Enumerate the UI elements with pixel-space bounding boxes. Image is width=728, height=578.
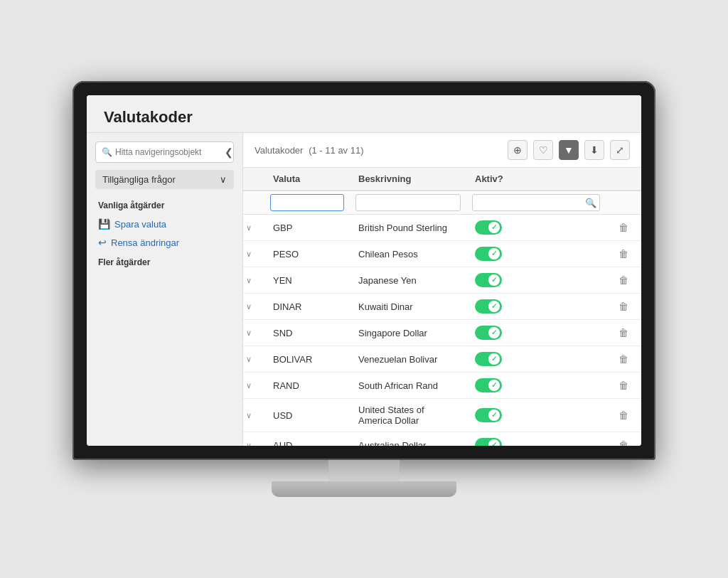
monitor-screen: Valutakoder 🔍 ❮ Tillgängliga frågor ∨ Va… xyxy=(73,81,655,460)
save-icon: 💾 xyxy=(98,218,110,230)
row-delete-button[interactable]: 🗑 xyxy=(614,438,633,446)
row-active-cell xyxy=(466,267,606,294)
row-delete-button[interactable]: 🗑 xyxy=(614,220,633,235)
row-expand-btn[interactable]: ∨ xyxy=(243,267,264,294)
row-expand-btn[interactable]: ∨ xyxy=(243,215,264,241)
table-row: ∨ YEN Japanese Yen 🗑 xyxy=(243,267,641,294)
row-active-toggle[interactable] xyxy=(475,326,502,340)
row-active-toggle[interactable] xyxy=(475,247,502,261)
table-row: ∨ SND Singapore Dollar 🗑 xyxy=(243,320,641,346)
filter-button[interactable]: ▼ xyxy=(559,140,579,160)
filter-expand-cell xyxy=(243,191,264,215)
row-active-cell xyxy=(466,294,606,320)
col-header-active: Aktiv? xyxy=(466,168,606,191)
row-description: Japanese Yen xyxy=(350,267,466,294)
search-input[interactable] xyxy=(115,147,222,157)
reset-icon: ↩ xyxy=(98,237,107,248)
row-delete-button[interactable]: 🗑 xyxy=(614,247,633,261)
row-active-toggle[interactable] xyxy=(475,220,502,235)
row-delete-button[interactable]: 🗑 xyxy=(614,299,633,314)
col-header-expand xyxy=(243,168,264,191)
toolbar-count: (1 - 11 av 11) xyxy=(309,145,363,156)
row-delete-cell: 🗑 xyxy=(606,399,641,432)
expand-button[interactable]: ⤢ xyxy=(610,140,630,160)
row-currency-code: DINAR xyxy=(264,294,350,320)
row-expand-btn[interactable]: ∨ xyxy=(243,399,264,432)
table-row: ∨ BOLIVAR Venezuelan Bolivar 🗑 xyxy=(243,346,641,373)
filter-description-cell[interactable] xyxy=(350,191,466,215)
row-active-cell xyxy=(466,432,606,446)
row-expand-btn[interactable]: ∨ xyxy=(243,432,264,446)
row-active-toggle[interactable] xyxy=(475,273,502,287)
row-active-toggle[interactable] xyxy=(475,299,502,314)
row-currency-code: BOLIVAR xyxy=(264,346,350,373)
row-description: Kuwaiti Dinar xyxy=(350,294,466,320)
common-actions-label: Vanliga åtgärder xyxy=(87,198,242,215)
app-body: 🔍 ❮ Tillgängliga frågor ∨ Vanliga åtgärd… xyxy=(87,133,641,446)
row-expand-btn[interactable]: ∨ xyxy=(243,320,264,346)
app-title-bar: Valutakoder xyxy=(87,95,641,133)
row-currency-code: GBP xyxy=(264,215,350,241)
row-delete-button[interactable]: 🗑 xyxy=(614,408,633,422)
monitor-base xyxy=(272,481,456,497)
row-description: United States of America Dollar xyxy=(350,399,466,432)
row-active-toggle[interactable] xyxy=(475,438,502,446)
col-header-currency: Valuta xyxy=(264,168,350,191)
filter-currency-cell[interactable] xyxy=(264,191,350,215)
row-description: British Pound Sterling xyxy=(350,215,466,241)
search-box[interactable]: 🔍 ❮ xyxy=(95,141,234,163)
row-expand-btn[interactable]: ∨ xyxy=(243,346,264,373)
favorite-button[interactable]: ♡ xyxy=(533,140,553,160)
search-icon-filter: 🔍 xyxy=(585,198,596,208)
reset-action[interactable]: ↩ Rensa ändringar xyxy=(87,233,242,252)
chevron-down-icon: ∨ xyxy=(220,174,227,185)
table-row: ∨ USD United States of America Dollar 🗑 xyxy=(243,399,641,432)
row-active-cell xyxy=(466,346,606,373)
save-action[interactable]: 💾 Spara valuta xyxy=(87,215,242,233)
filter-active-cell[interactable]: 🔍 xyxy=(466,191,606,215)
row-delete-cell: 🗑 xyxy=(606,346,641,373)
row-description: Venezuelan Bolivar xyxy=(350,346,466,373)
filter-active-wrap[interactable]: 🔍 xyxy=(472,194,600,211)
col-header-delete xyxy=(606,168,641,191)
row-delete-button[interactable]: 🗑 xyxy=(614,378,633,392)
filter-active-input[interactable] xyxy=(476,195,585,210)
more-actions-label: Fler åtgärder xyxy=(87,252,242,270)
search-icon: 🔍 xyxy=(102,147,112,157)
collapse-button[interactable]: ❮ xyxy=(222,145,236,159)
row-expand-btn[interactable]: ∨ xyxy=(243,294,264,320)
add-button[interactable]: ⊕ xyxy=(508,140,528,160)
row-expand-btn[interactable]: ∨ xyxy=(243,373,264,399)
row-active-cell xyxy=(466,399,606,432)
row-expand-btn[interactable]: ∨ xyxy=(243,241,264,267)
toolbar-title: Valutakoder (1 - 11 av 11) xyxy=(255,144,502,156)
row-delete-cell: 🗑 xyxy=(606,320,641,346)
row-description: Singapore Dollar xyxy=(350,320,466,346)
sidebar-dropdown[interactable]: Tillgängliga frågor ∨ xyxy=(95,170,234,189)
download-button[interactable]: ⬇ xyxy=(584,140,604,160)
row-delete-button[interactable]: 🗑 xyxy=(614,273,633,287)
row-active-toggle[interactable] xyxy=(475,352,502,366)
row-active-cell xyxy=(466,215,606,241)
table-row: ∨ RAND South African Rand 🗑 xyxy=(243,373,641,399)
filter-description-input[interactable] xyxy=(355,194,461,211)
row-active-cell xyxy=(466,241,606,267)
row-description: Australian Dollar xyxy=(350,432,466,446)
row-currency-code: SND xyxy=(264,320,350,346)
table-header-row: Valuta Beskrivning Aktiv? xyxy=(243,168,641,191)
row-active-toggle[interactable] xyxy=(475,408,502,422)
table-row: ∨ DINAR Kuwaiti Dinar 🗑 xyxy=(243,294,641,320)
row-currency-code: YEN xyxy=(264,267,350,294)
row-delete-cell: 🗑 xyxy=(606,215,641,241)
row-delete-cell: 🗑 xyxy=(606,373,641,399)
row-description: South African Rand xyxy=(350,373,466,399)
main-content: Valutakoder (1 - 11 av 11) ⊕ ♡ ▼ ⬇ ⤢ xyxy=(243,133,641,446)
row-active-toggle[interactable] xyxy=(475,378,502,392)
reset-label: Rensa ändringar xyxy=(111,237,179,248)
filter-currency-input[interactable] xyxy=(270,194,344,211)
row-delete-button[interactable]: 🗑 xyxy=(614,326,633,340)
toolbar: Valutakoder (1 - 11 av 11) ⊕ ♡ ▼ ⬇ ⤢ xyxy=(243,133,641,168)
filter-delete-cell xyxy=(606,191,641,215)
toolbar-title-text: Valutakoder xyxy=(255,145,303,156)
row-delete-button[interactable]: 🗑 xyxy=(614,352,633,366)
